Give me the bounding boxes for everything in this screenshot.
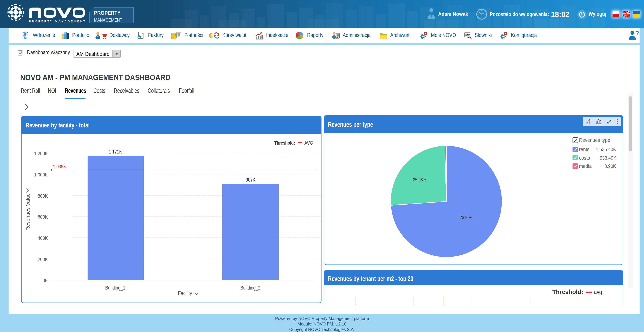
svg-text:?: ? xyxy=(636,30,639,36)
svg-text:PROPERTY MANAGEMENT: PROPERTY MANAGEMENT xyxy=(29,20,86,23)
svg-text:€: € xyxy=(209,32,212,39)
